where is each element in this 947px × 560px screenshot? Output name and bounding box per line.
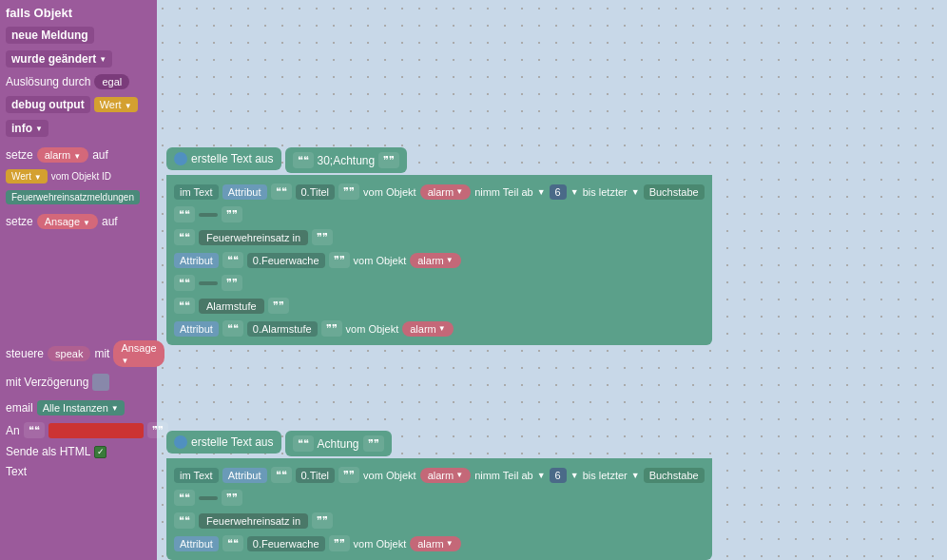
alarm-ref5[interactable]: alarm ▼ <box>410 536 460 551</box>
alarm-ref4[interactable]: alarm ▼ <box>420 468 471 483</box>
alarm-var1-arrow: ▼ <box>73 152 81 161</box>
qo2: ❝❝ <box>174 206 195 222</box>
setze-alarm-row2: Wert ▼ vom Objekt ID <box>6 167 151 185</box>
alarmstufe-value1: Alarmstufe <box>199 299 264 314</box>
nimm-value2[interactable]: 6 <box>550 468 567 483</box>
feuerwehr-id-label: Feuerwehreinsatzmeldungen <box>11 192 134 203</box>
alarm-ref2[interactable]: alarm ▼ <box>410 253 460 268</box>
an-quote-right: ❞❞ <box>147 422 168 438</box>
qc4: ❞❞ <box>329 252 350 268</box>
empty-block1 <box>199 213 218 217</box>
attribut-block3[interactable]: Attribut <box>174 321 219 337</box>
alarmstufe-row1: Attribut ❝❝ 0.Alarmstufe ❞❞ vom Objekt a… <box>174 319 705 338</box>
alarm-ref2-label: alarm <box>417 255 444 266</box>
alarm-var1-label: alarm <box>45 149 71 161</box>
bis-letzter-label2: bis letzter <box>583 470 628 481</box>
attribut-block2[interactable]: Attribut <box>174 253 219 268</box>
gear-icon1 <box>174 152 187 165</box>
an-quote-left: ❝❝ <box>24 422 45 438</box>
alarm-ref1[interactable]: alarm ▼ <box>420 184 471 200</box>
erstelle-inner2: im Text Attribut ❝❝ 0.Titel ❞❞ vom Objek… <box>166 458 712 560</box>
speak-block[interactable]: speak <box>48 346 90 361</box>
qo6: ❝❝ <box>174 298 195 314</box>
quote-row1: ❝❝ ❞❞ <box>174 204 705 224</box>
qc11: ❞❞ <box>329 535 350 551</box>
feuerwehr-id-block[interactable]: Feuerwehreinsatzmeldungen <box>6 190 140 204</box>
erstelle-text-block2: erstelle Text aus ❝❝ Achtung ❞❞ im Text … <box>166 431 712 560</box>
ansage-var[interactable]: Ansage ▼ <box>37 214 98 229</box>
feuerwache-row2: Attribut ❝❝ 0.Feuerwache ❞❞ vom Objekt a… <box>174 533 705 553</box>
vom-objekt-text2: vom Objekt <box>354 255 407 266</box>
info-row: info ▼ <box>6 118 151 139</box>
vom-objekt-label: vom Objekt ID <box>51 171 111 182</box>
im-text-label2: im Text <box>174 468 219 483</box>
alarm-ref4-label: alarm <box>428 470 454 481</box>
ansage-ref[interactable]: Ansage ▼ <box>113 340 164 367</box>
feuerwehr-id-row: Feuerwehreinsatzmeldungen <box>6 188 151 206</box>
feuerwache-block2: 0.Feuerwache <box>247 536 325 551</box>
nimm-value1[interactable]: 6 <box>550 184 567 200</box>
verzogerung-toggle[interactable] <box>92 374 109 391</box>
gear-icon2 <box>174 435 187 449</box>
vom-objekt-text4: vom Objekt <box>363 470 416 481</box>
sende-row: Sende als HTML ✓ <box>6 443 151 460</box>
speak-label: speak <box>55 348 83 359</box>
egal-label: egal <box>102 76 122 87</box>
alarm-ref5-label: alarm <box>417 538 444 550</box>
attribut-block1[interactable]: Attribut <box>222 184 267 200</box>
erstelle-text-block1: erstelle Text aus ❝❝ 30;Achtung ❞❞ im Te… <box>166 147 712 345</box>
nimm-teil-label1: nimm Teil ab <box>474 186 533 198</box>
debug-row: debug output Wert ▼ <box>6 94 151 115</box>
attribut-label4: Attribut <box>228 470 261 481</box>
qo7: ❝❝ <box>222 320 243 337</box>
debug-output-button[interactable]: debug output <box>6 96 90 113</box>
alarm-var1[interactable]: alarm ▼ <box>37 147 89 163</box>
neue-meldung-label: neue Meldung <box>11 29 88 42</box>
auf-label1: auf <box>92 148 108 162</box>
ansage-ref-label: Ansage <box>121 342 156 354</box>
nimm-val1: 6 <box>555 186 561 198</box>
wert-block[interactable]: Wert ▼ <box>94 97 138 112</box>
wert-label: Wert <box>100 99 122 110</box>
qo1: ❝❝ <box>271 183 292 200</box>
achtung-block1[interactable]: ❝❝ 30;Achtung ❞❞ <box>285 147 408 173</box>
achtung-value2: Achtung <box>318 437 359 451</box>
buchstabe2: Buchstabe <box>644 468 705 483</box>
dropdown-arrow: ▼ <box>99 55 106 64</box>
wurde-geandert-button[interactable]: wurde geändert ▼ <box>6 50 112 68</box>
titel-block2: 0.Titel <box>296 468 336 483</box>
steuere-row: steuere speak mit Ansage ▼ <box>6 338 151 369</box>
feuerwehr-value2: Feuerwehreinsatz in <box>199 513 308 529</box>
qc1: ❞❞ <box>338 183 359 200</box>
wert-block2[interactable]: Wert ▼ <box>6 169 48 183</box>
an-input[interactable] <box>48 423 144 438</box>
auslosung-label: Auslösung durch <box>6 75 90 88</box>
panel-title: falls Objekt <box>6 4 151 22</box>
attribut-label3: Attribut <box>180 323 213 335</box>
qc2: ❞❞ <box>222 206 242 222</box>
neue-meldung-button[interactable]: neue Meldung <box>6 27 94 44</box>
ansage-arrow: ▼ <box>83 219 90 227</box>
erstelle-label2: erstelle Text aus <box>191 435 274 449</box>
vom-objekt-text1: vom Objekt <box>363 186 416 198</box>
alarm-ref3-label: alarm <box>410 323 436 335</box>
nimm-teil-label2: nimm Teil ab <box>474 470 533 481</box>
achtung-block2[interactable]: ❝❝ Achtung ❞❞ <box>285 431 392 456</box>
alarm-ref3[interactable]: alarm ▼ <box>402 321 453 337</box>
wert-arrow: ▼ <box>125 102 132 110</box>
qo3: ❝❝ <box>174 229 195 245</box>
alle-instanzen-block[interactable]: Alle Instanzen ▼ <box>37 400 125 415</box>
wurde-geandert-row: wurde geändert ▼ <box>6 48 151 69</box>
an-label: An <box>6 424 20 437</box>
info-button[interactable]: info ▼ <box>6 120 48 137</box>
sende-checkbox[interactable]: ✓ <box>94 446 106 458</box>
nimm-val2: 6 <box>555 470 561 481</box>
feuerwache-row1: Attribut ❝❝ 0.Feuerwache ❞❞ vom Objekt a… <box>174 250 705 270</box>
quote-row3: ❝❝ ❞❞ <box>174 488 705 508</box>
egal-pill[interactable]: egal <box>94 74 129 89</box>
attribut-block4[interactable]: Attribut <box>222 468 267 483</box>
gear-erstelle2[interactable]: erstelle Text aus <box>166 431 281 454</box>
qc8: ❞❞ <box>338 467 359 483</box>
gear-erstelle1[interactable]: erstelle Text aus <box>166 147 281 170</box>
attribut-block5[interactable]: Attribut <box>174 536 219 551</box>
